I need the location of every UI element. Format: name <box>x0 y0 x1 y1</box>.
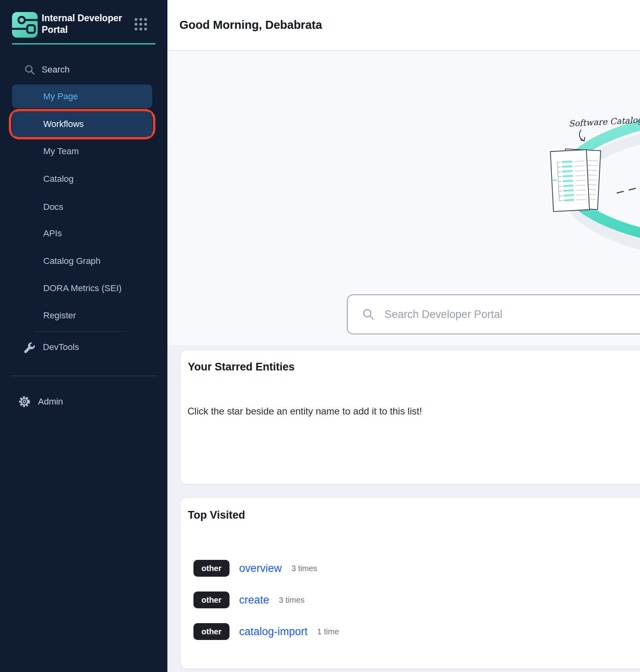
portal-search <box>347 294 640 334</box>
kind-chip: other <box>193 623 229 640</box>
search-icon <box>24 64 35 75</box>
top-visited-card: Top Visited other overview 3 times other… <box>180 497 640 669</box>
kind-chip: other <box>193 560 229 577</box>
sidebar-search-label: Search <box>42 64 70 75</box>
sidebar-item-apis[interactable]: APIs <box>43 228 62 239</box>
page-content: Software Catalog Your Starred Entities C… <box>167 52 640 672</box>
admin-label: Admin <box>38 396 63 407</box>
sidebar-divider <box>34 331 127 332</box>
top-visited-row: other create 3 times <box>193 592 640 608</box>
app-root: Internal Developer Portal Search My Page… <box>0 0 640 672</box>
starred-entities-card: Your Starred Entities Click the star bes… <box>180 350 640 484</box>
top-visited-row: other catalog-import 1 time <box>193 623 640 640</box>
gear-icon <box>18 395 31 408</box>
sidebar-divider-bottom <box>11 376 157 376</box>
greeting-title: Good Morning, Debabrata <box>179 18 322 32</box>
sidebar-item-catalog[interactable]: Catalog <box>43 173 74 185</box>
top-visited-link-catalog-import[interactable]: catalog-import <box>239 626 308 638</box>
sidebar-item-admin[interactable]: Admin <box>18 395 63 408</box>
visit-count: 3 times <box>279 596 304 605</box>
top-visited-link-overview[interactable]: overview <box>239 562 282 575</box>
catalog-page-front <box>550 150 590 212</box>
sidebar: Internal Developer Portal Search My Page… <box>0 0 167 672</box>
app-logo-icon[interactable] <box>12 12 38 38</box>
sidebar-item-register[interactable]: Register <box>43 310 76 321</box>
devtools-label: DevTools <box>43 342 79 352</box>
search-icon <box>362 308 375 321</box>
top-visited-link-create[interactable]: create <box>239 594 269 606</box>
hero-section: Software Catalog <box>167 52 640 345</box>
sidebar-item-docs[interactable]: Docs <box>43 201 63 213</box>
starred-entities-title: Your Starred Entities <box>188 361 295 373</box>
brand-title: Internal Developer Portal <box>42 12 134 36</box>
wrench-icon <box>23 341 35 353</box>
kind-chip: other <box>193 592 229 608</box>
starred-entities-empty-message: Click the star beside an entity name to … <box>187 406 422 417</box>
sidebar-item-catalog-graph[interactable]: Catalog Graph <box>43 256 101 267</box>
sidebar-item-workflows[interactable]: Workflows <box>12 112 152 137</box>
sidebar-item-devtools[interactable]: DevTools <box>23 340 79 354</box>
sidebar-item-my-page[interactable]: My Page <box>12 85 152 108</box>
top-visited-title: Top Visited <box>188 509 245 521</box>
main-area: Good Morning, Debabrata <box>167 0 640 672</box>
visit-count: 3 times <box>292 564 317 573</box>
sidebar-item-my-team[interactable]: My Team <box>43 146 79 157</box>
sidebar-item-search[interactable]: Search <box>24 63 70 76</box>
apps-grid-icon[interactable] <box>135 18 148 32</box>
visit-count: 1 time <box>317 627 339 636</box>
page-header: Good Morning, Debabrata <box>167 0 640 51</box>
software-catalog-illustration: Software Catalog <box>452 61 640 285</box>
top-visited-row: other overview 3 times <box>193 560 640 577</box>
sidebar-brand-divider <box>12 43 155 44</box>
portal-search-input[interactable] <box>384 308 640 321</box>
sidebar-item-dora-metrics[interactable]: DORA Metrics (SEI) <box>43 283 122 294</box>
